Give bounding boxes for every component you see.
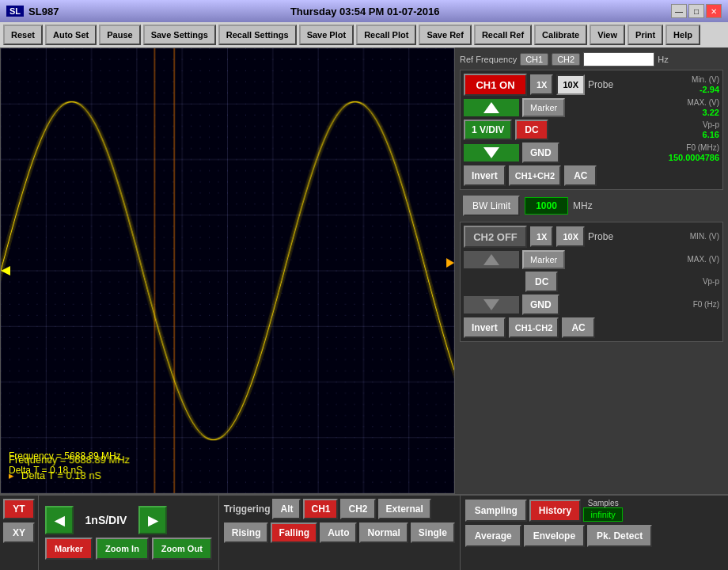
ch2-f0-label: F0 (Hz): [693, 300, 719, 309]
envelope-button[interactable]: Envelope: [524, 525, 585, 547]
zoom-out-button[interactable]: Zoom Out: [152, 538, 212, 560]
close-button[interactable]: ✕: [706, 4, 722, 18]
ch2-vpp-label: Vp-p: [703, 277, 719, 286]
recall-settings-button[interactable]: Recall Settings: [218, 25, 297, 45]
ch1-min-val: -2.94: [692, 85, 719, 94]
ch2-ac-button[interactable]: AC: [562, 317, 594, 338]
ch2-f0-meas: F0 (Hz): [693, 300, 719, 310]
pause-button[interactable]: Pause: [99, 25, 140, 45]
delta-readout: Delta T = 0.18 nS: [9, 465, 82, 476]
trig-ext-button[interactable]: External: [378, 499, 431, 519]
ch1-max-meas: MAX. (V) 3.22: [687, 98, 719, 117]
trig-rising-button[interactable]: Rising: [224, 522, 269, 543]
ch1-marker-button[interactable]: Marker: [522, 98, 565, 117]
ch1-f0-val: 150.0004786: [669, 153, 719, 162]
xy-row: XY: [3, 522, 35, 543]
bottom-trigger-panel: Triggering Alt CH1 CH2 External Rising F…: [219, 496, 461, 570]
ch2-probe-10x-button[interactable]: 10X: [556, 226, 585, 247]
ch1-probe-10x-button[interactable]: 10X: [556, 74, 585, 95]
ch2-dc-row: DC Vp-p: [464, 272, 719, 292]
ch2-up-button[interactable]: [464, 251, 519, 268]
ch1-top-row: CH1 ON 1X 10X Probe Min. (V) -2.94: [464, 74, 719, 96]
save-settings-button[interactable]: Save Settings: [143, 25, 216, 45]
ch1-invert-button[interactable]: Invert: [464, 165, 506, 186]
bw-limit-button[interactable]: BW Limit: [463, 196, 520, 216]
zoom-in-button[interactable]: Zoom In: [96, 538, 149, 560]
average-button[interactable]: Average: [465, 525, 521, 547]
calibrate-button[interactable]: Calibrate: [534, 25, 587, 45]
down-arrow-icon: [483, 147, 499, 158]
time-increase-button[interactable]: ▶: [138, 506, 167, 534]
trig-ch2-button[interactable]: CH2: [340, 499, 375, 519]
titlebar-datetime: Thursday 03:54 PM 01-07-2016: [290, 6, 440, 17]
ch1-vpp-label: Vp-p: [703, 120, 719, 129]
ch2-off-button[interactable]: CH2 OFF: [464, 226, 527, 248]
trig-single-button[interactable]: Single: [411, 522, 455, 543]
ch2-up-arrow-icon: [483, 254, 499, 265]
recall-ref-button[interactable]: Recall Ref: [474, 25, 532, 45]
right-arrow-icon: ▶: [148, 513, 157, 528]
minimize-button[interactable]: —: [671, 4, 687, 18]
ch2-math-button[interactable]: CH1-CH2: [509, 317, 559, 338]
scope-canvas[interactable]: [1, 48, 454, 493]
ch2-top-row: CH2 OFF 1X 10X Probe MIN. (V): [464, 226, 719, 248]
recall-plot-button[interactable]: Recall Plot: [356, 25, 416, 45]
save-ref-button[interactable]: Save Ref: [419, 25, 471, 45]
ref-freq-label: Ref Frequency: [460, 55, 517, 64]
maximize-button[interactable]: □: [688, 4, 704, 18]
ch1-max-val: 3.22: [687, 108, 719, 117]
view-button[interactable]: View: [590, 25, 625, 45]
ch2-down-button[interactable]: [464, 296, 519, 314]
trig-alt-button[interactable]: Alt: [272, 499, 301, 519]
ch2-invert-button[interactable]: Invert: [464, 317, 506, 338]
ch2-invert-row: Invert CH1-CH2 AC: [464, 317, 719, 338]
marker-bottom-button[interactable]: Marker: [45, 538, 93, 560]
ch2-arrow-up-row: Marker MAX. (V): [464, 250, 719, 269]
ch1-on-button[interactable]: CH1 ON: [464, 74, 527, 96]
zoom-row: Marker Zoom In Zoom Out: [45, 538, 212, 560]
ch2-dc-button[interactable]: DC: [525, 272, 558, 292]
ch2-marker-button[interactable]: Marker: [522, 250, 565, 269]
toolbar: Reset Auto Set Pause Save Settings Recal…: [0, 22, 728, 48]
trig-label: Triggering: [224, 504, 271, 515]
trig-ch1-button[interactable]: CH1: [303, 499, 338, 519]
ref-freq-input[interactable]: [583, 52, 654, 66]
ref-ch1-button[interactable]: CH1: [520, 53, 548, 66]
ch2-gnd-button[interactable]: GND: [522, 294, 559, 315]
sampling-button[interactable]: Sampling: [465, 500, 527, 522]
xy-button[interactable]: XY: [3, 522, 35, 543]
ch1-probe-1x-button[interactable]: 1X: [530, 74, 553, 95]
print-button[interactable]: Print: [628, 25, 663, 45]
ch1-math-button[interactable]: CH1+CH2: [509, 165, 561, 186]
help-button[interactable]: Help: [665, 25, 700, 45]
ch1-vdiv-button[interactable]: 1 V/DIV: [464, 120, 512, 140]
ch1-div-row: 1 V/DIV DC Vp-p 6.16: [464, 120, 719, 140]
ch1-up-button[interactable]: [464, 99, 519, 116]
ch1-invert-row: Invert CH1+CH2 AC: [464, 165, 719, 186]
trig-falling-button[interactable]: Falling: [271, 522, 317, 543]
save-plot-button[interactable]: Save Plot: [299, 25, 355, 45]
ch2-probe-1x-button[interactable]: 1X: [530, 226, 553, 247]
ch1-gnd-button[interactable]: GND: [522, 142, 559, 163]
bottom-sampling-panel: Sampling History Samples infinity Averag…: [461, 496, 657, 570]
ch1-dc-button[interactable]: DC: [515, 120, 548, 140]
trig-auto-button[interactable]: Auto: [320, 522, 357, 543]
bottom-mode-panel: YT XY: [0, 496, 39, 570]
ch1-ac-button[interactable]: AC: [564, 165, 597, 186]
ref-ch2-button[interactable]: CH2: [552, 53, 580, 66]
yt-button[interactable]: YT: [3, 499, 35, 519]
time-decrease-button[interactable]: ◀: [45, 506, 74, 534]
ch1-down-button[interactable]: [464, 144, 519, 162]
trig-bot-row: Rising Falling Auto Normal Single: [224, 522, 455, 543]
app-logo: SL: [6, 6, 24, 17]
reset-button[interactable]: Reset: [3, 25, 43, 45]
autoset-button[interactable]: Auto Set: [45, 25, 97, 45]
ch1-arrow-dn-row: GND F0 (MHz) 150.0004786: [464, 142, 719, 163]
ch2-probe-label: Probe: [588, 231, 613, 242]
mode-row: YT: [3, 499, 35, 519]
trig-normal-button[interactable]: Normal: [359, 522, 408, 543]
pk-detect-button[interactable]: Pk. Detect: [587, 525, 652, 547]
history-button[interactable]: History: [529, 500, 581, 522]
bw-value-input[interactable]: 1000: [525, 197, 568, 215]
ref-freq-row: Ref Frequency CH1 CH2 Hz: [460, 52, 723, 66]
